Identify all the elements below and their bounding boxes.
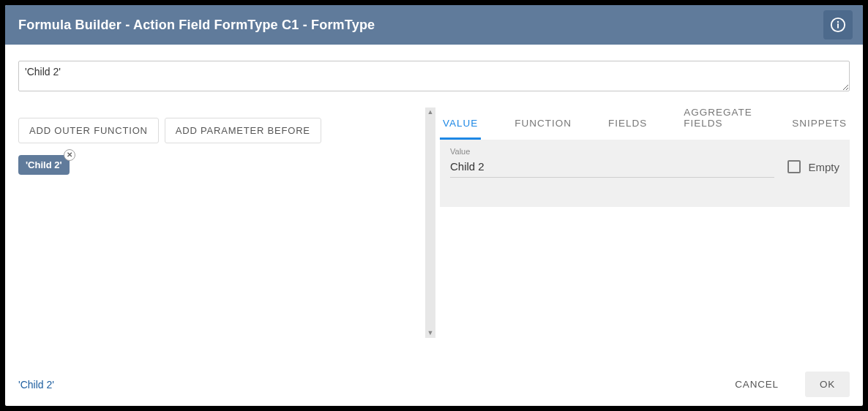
empty-checkbox-wrap: Empty <box>787 160 839 178</box>
empty-checkbox-label: Empty <box>808 161 839 173</box>
left-panel: ADD OUTER FUNCTION ADD PARAMETER BEFORE … <box>18 105 425 341</box>
tab-fields[interactable]: FIELDS <box>605 109 650 140</box>
right-panel: VALUE FUNCTION FIELDS AGGREGATE FIELDS S… <box>435 105 850 341</box>
info-icon <box>830 17 846 33</box>
main-split: ADD OUTER FUNCTION ADD PARAMETER BEFORE … <box>5 105 863 341</box>
expression-textarea[interactable] <box>18 61 850 91</box>
svg-point-1 <box>837 21 839 23</box>
ok-button[interactable]: OK <box>805 372 850 397</box>
svg-rect-2 <box>837 23 839 28</box>
formula-token-label: 'Child 2' <box>26 159 62 170</box>
formula-token[interactable]: 'Child 2' ✕ <box>18 155 70 175</box>
add-parameter-before-button[interactable]: ADD PARAMETER BEFORE <box>165 118 321 143</box>
splitter-down-icon: ▼ <box>427 330 434 336</box>
add-outer-function-button[interactable]: ADD OUTER FUNCTION <box>18 118 159 143</box>
value-field-row: Value Empty <box>450 147 839 178</box>
expression-row <box>5 45 863 105</box>
vertical-splitter[interactable]: ▲ ▼ <box>425 108 435 338</box>
empty-checkbox[interactable] <box>787 160 801 173</box>
token-area[interactable]: 'Child 2' ✕ <box>18 151 425 329</box>
tab-function[interactable]: FUNCTION <box>512 109 575 140</box>
tab-snippets[interactable]: SNIPPETS <box>789 109 850 140</box>
cancel-button[interactable]: CANCEL <box>720 372 793 397</box>
value-input-wrap: Value <box>450 147 774 178</box>
splitter-up-icon: ▲ <box>427 109 434 116</box>
tab-value[interactable]: VALUE <box>440 109 481 140</box>
tab-bar: VALUE FUNCTION FIELDS AGGREGATE FIELDS S… <box>440 105 850 140</box>
info-button[interactable] <box>823 10 853 39</box>
bottom-horizontal-scrollbar[interactable] <box>7 351 861 363</box>
left-horizontal-scrollbar[interactable] <box>18 329 425 341</box>
value-input[interactable] <box>450 157 774 178</box>
formula-builder-dialog: Formula Builder - Action Field FormType … <box>5 5 863 406</box>
tab-aggregate-fields[interactable]: AGGREGATE FIELDS <box>681 98 758 140</box>
value-tab-content: Value Empty <box>440 140 850 207</box>
formula-preview: 'Child 2' <box>18 379 720 391</box>
dialog-footer: 'Child 2' CANCEL OK <box>5 363 863 406</box>
dialog-title: Formula Builder - Action Field FormType … <box>18 18 823 33</box>
dialog-header: Formula Builder - Action Field FormType … <box>5 5 863 45</box>
value-input-label: Value <box>450 147 470 156</box>
button-row: ADD OUTER FUNCTION ADD PARAMETER BEFORE <box>18 105 425 151</box>
token-remove-button[interactable]: ✕ <box>64 149 75 161</box>
